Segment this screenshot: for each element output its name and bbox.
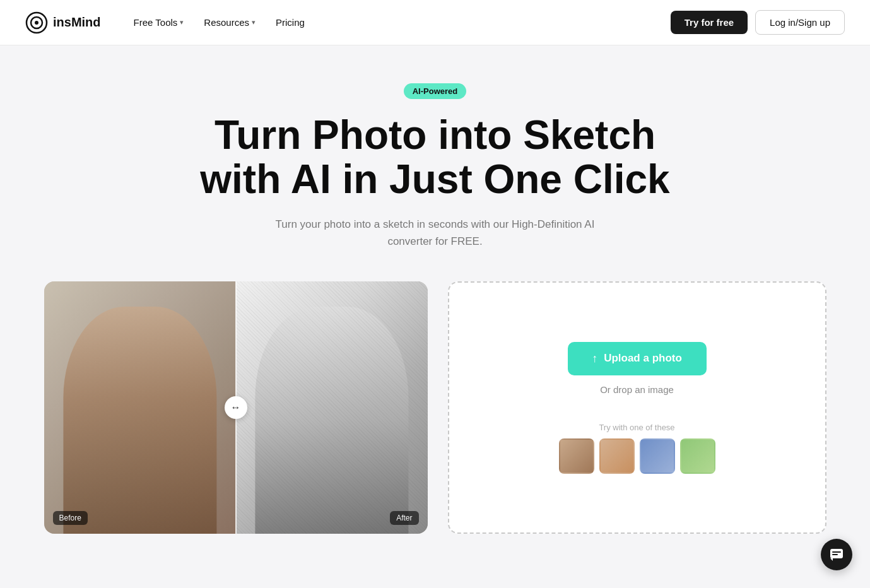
portrait-before: [63, 307, 216, 534]
upload-photo-button[interactable]: ↑ Upload a photo: [568, 342, 707, 375]
nav-actions: Try for free Log in/Sign up: [671, 10, 845, 35]
sketch-overlay: [236, 281, 428, 534]
divider-handle[interactable]: ↔: [225, 396, 247, 419]
hero-subtitle: Turn your photo into a sketch in seconds…: [265, 216, 606, 250]
resources-link[interactable]: Resources ▾: [196, 12, 263, 33]
login-button[interactable]: Log in/Sign up: [755, 10, 845, 35]
free-tools-chevron-icon: ▾: [180, 18, 184, 26]
ba-image: ↔: [44, 281, 428, 534]
before-image: [44, 281, 236, 534]
nav-links: Free Tools ▾ Resources ▾ Pricing: [126, 12, 671, 33]
sample-thumb-4[interactable]: [680, 438, 715, 474]
content-row: ↔ Before After ↑ Upload a photo Or drop …: [32, 281, 839, 534]
sample-thumb-1[interactable]: [559, 438, 594, 474]
svg-rect-4: [832, 551, 841, 553]
hero-section: AI-Powered Turn Photo into Sketch with A…: [0, 45, 870, 565]
after-image: [236, 281, 428, 534]
upload-icon: ↑: [592, 352, 597, 365]
try-for-free-button[interactable]: Try for free: [671, 11, 748, 34]
before-label: Before: [53, 511, 88, 525]
sample-label: Try with one of these: [599, 423, 674, 432]
after-label: After: [390, 511, 418, 525]
resources-chevron-icon: ▾: [252, 18, 256, 26]
sample-thumbs-row: [559, 438, 715, 474]
drop-text: Or drop an image: [600, 384, 674, 395]
sample-thumb-2[interactable]: [599, 438, 635, 474]
upload-box: ↑ Upload a photo Or drop an image Try wi…: [448, 281, 826, 534]
hero-title: Turn Photo into Sketch with AI in Just O…: [200, 113, 669, 202]
brand-name: insMind: [53, 15, 101, 30]
free-tools-link[interactable]: Free Tools ▾: [126, 12, 192, 33]
sample-thumb-3[interactable]: [640, 438, 675, 474]
sample-images-section: Try with one of these: [559, 423, 715, 474]
pricing-link[interactable]: Pricing: [268, 12, 312, 33]
chat-widget-button[interactable]: [821, 539, 852, 570]
svg-point-2: [35, 21, 38, 25]
logo-link[interactable]: insMind: [25, 11, 101, 34]
before-after-container: ↔ Before After: [44, 281, 428, 534]
navbar: insMind Free Tools ▾ Resources ▾ Pricing…: [0, 0, 870, 45]
svg-rect-3: [830, 549, 843, 558]
ai-powered-badge: AI-Powered: [404, 83, 467, 99]
svg-rect-5: [832, 554, 838, 555]
